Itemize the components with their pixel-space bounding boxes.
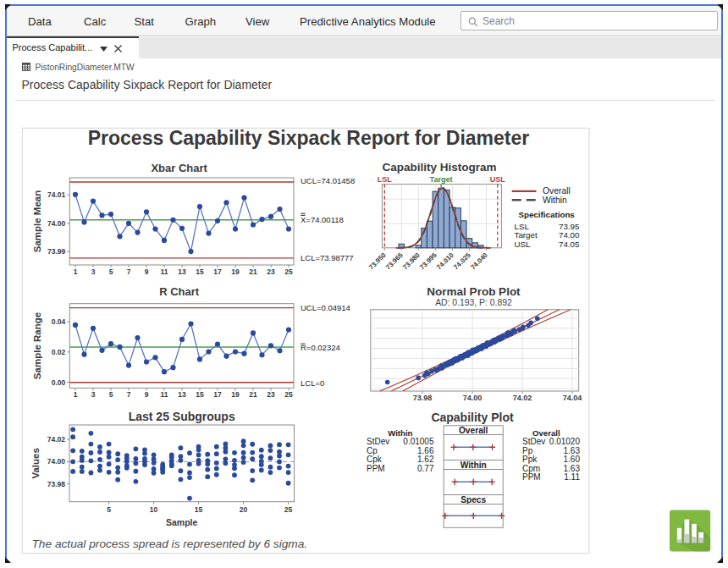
svg-text:Overall: Overall [532, 428, 560, 438]
svg-text:1.11: 1.11 [564, 472, 580, 482]
svg-text:0.77: 0.77 [417, 464, 434, 473]
svg-text:9: 9 [145, 267, 149, 276]
svg-text:73.98: 73.98 [47, 480, 66, 488]
svg-text:1.63: 1.63 [564, 464, 581, 473]
svg-text:74.05: 74.05 [559, 240, 580, 249]
svg-text:17: 17 [213, 390, 222, 399]
svg-text:21: 21 [249, 390, 257, 399]
svg-text:7: 7 [127, 390, 131, 399]
svg-text:Sample Mean: Sample Mean [32, 190, 42, 253]
svg-text:10: 10 [150, 505, 158, 514]
svg-text:Cp: Cp [367, 446, 378, 455]
svg-text:Ppk: Ppk [522, 455, 538, 464]
svg-text:Within: Within [543, 196, 567, 205]
svg-text:0.01005: 0.01005 [403, 437, 434, 446]
svg-text:0.01020: 0.01020 [549, 437, 581, 446]
svg-text:25: 25 [284, 390, 293, 399]
svg-text:1.62: 1.62 [417, 455, 434, 464]
svg-text:Within: Within [461, 460, 487, 470]
svg-text:UCL=0.04914: UCL=0.04914 [301, 303, 350, 312]
svg-text:25: 25 [284, 505, 293, 514]
svg-text:R=0.02324: R=0.02324 [301, 343, 340, 352]
svg-text:Last 25 Subgroups: Last 25 Subgroups [129, 410, 235, 423]
svg-text:Cpm: Cpm [522, 464, 540, 473]
svg-text:PPM: PPM [367, 464, 385, 473]
svg-text:74.00: 74.00 [47, 219, 66, 228]
svg-text:Target: Target [430, 175, 453, 184]
svg-text:13: 13 [178, 267, 186, 276]
svg-text:Capability Plot: Capability Plot [431, 411, 514, 424]
svg-text:Normal Prob Plot: Normal Prob Plot [427, 285, 521, 298]
svg-text:LSL: LSL [515, 222, 530, 231]
svg-text:The actual process spread is r: The actual process spread is represented… [32, 538, 308, 550]
svg-text:74.02: 74.02 [513, 394, 532, 402]
svg-text:23: 23 [267, 267, 275, 276]
svg-text:1.63: 1.63 [564, 446, 581, 455]
svg-text:LCL=0: LCL=0 [301, 378, 324, 388]
svg-text:0.02: 0.02 [52, 348, 66, 356]
svg-text:Overall: Overall [543, 186, 571, 196]
svg-text:1.66: 1.66 [417, 446, 434, 455]
svg-text:7: 7 [127, 267, 131, 276]
svg-text:0.00: 0.00 [52, 378, 66, 387]
svg-text:StDev: StDev [367, 437, 389, 446]
svg-text:17: 17 [213, 267, 222, 276]
svg-text:1: 1 [74, 390, 78, 399]
svg-text:13: 13 [178, 390, 186, 399]
svg-text:5: 5 [109, 267, 113, 276]
svg-text:73.95: 73.95 [559, 222, 580, 231]
svg-text:9: 9 [145, 390, 149, 399]
svg-text:Cpk: Cpk [367, 455, 383, 464]
svg-text:Sample Range: Sample Range [32, 312, 42, 379]
svg-text:Within: Within [388, 428, 412, 438]
svg-text:Overall: Overall [459, 426, 488, 435]
svg-text:11: 11 [161, 267, 168, 276]
svg-text:Capability Histogram: Capability Histogram [382, 161, 496, 174]
svg-text:PPM: PPM [522, 472, 541, 482]
svg-text:21: 21 [249, 267, 257, 276]
svg-text:3: 3 [91, 390, 96, 399]
svg-text:74.00: 74.00 [47, 457, 66, 466]
svg-text:StDev: StDev [522, 437, 545, 446]
svg-text:Xbar Chart: Xbar Chart [151, 162, 207, 174]
svg-text:Sample: Sample [166, 517, 198, 527]
svg-text:Process Capability Sixpack Rep: Process Capability Sixpack Report for Di… [88, 127, 530, 149]
svg-text:25: 25 [284, 267, 293, 276]
svg-text:23: 23 [267, 390, 275, 399]
svg-text:USL: USL [515, 240, 532, 249]
svg-text:X=74.00118: X=74.00118 [301, 215, 344, 224]
svg-text:15: 15 [195, 505, 203, 514]
svg-text:R Chart: R Chart [159, 285, 200, 298]
svg-text:5: 5 [107, 505, 111, 514]
svg-text:73.99: 73.99 [47, 247, 66, 256]
svg-text:19: 19 [231, 390, 240, 399]
svg-text:Pp: Pp [522, 446, 533, 455]
svg-text:AD: 0.193, P: 0.892: AD: 0.193, P: 0.892 [435, 298, 512, 307]
svg-text:19: 19 [231, 267, 240, 276]
svg-text:15: 15 [196, 267, 204, 276]
svg-text:74.04: 74.04 [563, 394, 582, 402]
svg-text:74.00: 74.00 [559, 230, 580, 240]
svg-text:Values: Values [30, 448, 41, 478]
svg-text:Target: Target [515, 230, 538, 240]
svg-text:74.02: 74.02 [47, 435, 66, 444]
svg-text:15: 15 [196, 390, 204, 399]
svg-text:73.98: 73.98 [413, 394, 433, 402]
svg-text:5: 5 [109, 390, 113, 399]
svg-text:11: 11 [161, 390, 168, 399]
svg-text:Specs: Specs [461, 495, 486, 505]
svg-text:LCL=73.98777: LCL=73.98777 [301, 253, 354, 262]
svg-text:UCL=74.01458: UCL=74.01458 [301, 176, 355, 185]
svg-text:74.01: 74.01 [47, 190, 66, 199]
svg-text:0.04: 0.04 [52, 317, 66, 326]
svg-text:USL: USL [490, 175, 506, 184]
svg-text:1.60: 1.60 [564, 455, 581, 464]
svg-text:3: 3 [91, 267, 96, 276]
svg-text:LSL: LSL [378, 175, 393, 184]
svg-text:20: 20 [240, 505, 248, 514]
svg-text:74.00: 74.00 [463, 394, 483, 402]
svg-text:1: 1 [74, 267, 78, 276]
svg-text:Specifications: Specifications [518, 210, 575, 219]
